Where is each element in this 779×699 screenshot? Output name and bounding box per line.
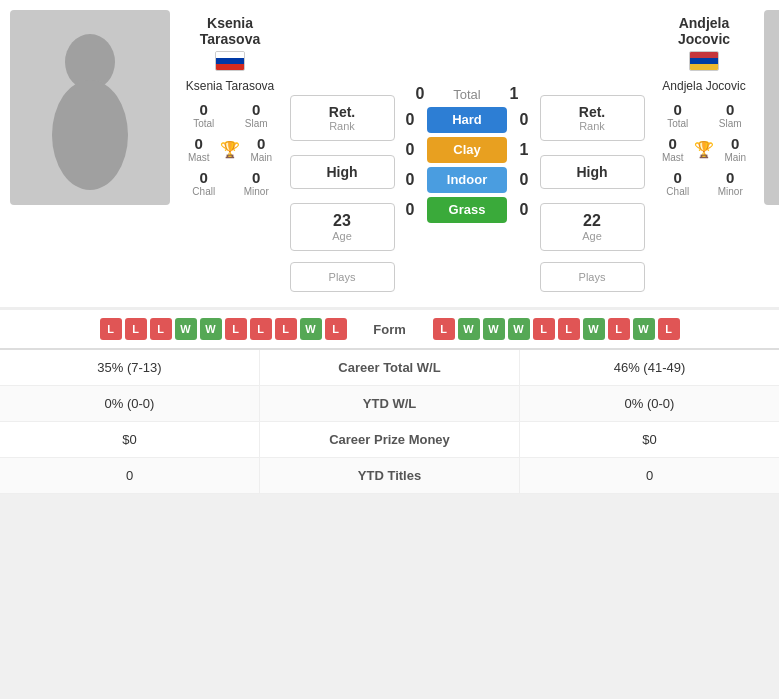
left-trophy-icon: 🏆 <box>220 141 240 158</box>
players-section: Ksenia Tarasova Ksenia Tarasova 0 Total <box>0 0 779 307</box>
left-form-badge-l: L <box>125 318 147 340</box>
left-form-badge-l: L <box>275 318 297 340</box>
stats-center-0: Career Total W/L <box>259 350 520 385</box>
left-stats-box: Ret. Rank High 23 Age Plays <box>287 10 397 297</box>
left-player-name: Ksenia Tarasova <box>200 15 260 47</box>
right-slam-label: Slam <box>704 118 757 129</box>
right-form-badge-l: L <box>433 318 455 340</box>
stats-left-0: 35% (7-13) <box>0 350 259 385</box>
total-score-row: 0 Total 1 <box>399 85 535 103</box>
stats-right-0: 46% (41-49) <box>520 350 779 385</box>
left-form-badge-l: L <box>225 318 247 340</box>
left-rank-box: Ret. Rank <box>290 95 395 141</box>
main-container: Ksenia Tarasova Ksenia Tarasova 0 Total <box>0 0 779 494</box>
right-form-badge-w: W <box>483 318 505 340</box>
stats-left-3: 0 <box>0 458 259 493</box>
form-label: Form <box>355 322 425 337</box>
left-mast-value: 0 <box>178 135 221 152</box>
total-label: Total <box>437 87 497 102</box>
stats-right-3: 0 <box>520 458 779 493</box>
right-indoor-score: 0 <box>513 171 535 189</box>
right-slam-value: 0 <box>704 101 757 118</box>
left-mast-label: Mast <box>178 152 221 163</box>
stats-center-1: YTD W/L <box>259 386 520 421</box>
left-form-badge-l: L <box>325 318 347 340</box>
grass-score-row: 0 Grass 0 <box>399 197 535 223</box>
right-player-photo <box>764 10 779 297</box>
right-total-score: 1 <box>503 85 525 103</box>
stats-table: 35% (7-13)Career Total W/L46% (41-49)0% … <box>0 348 779 494</box>
left-player-silhouette <box>30 30 150 205</box>
right-player-info: Andjela Jocovic Andjela Jocovic 0 Total <box>649 10 759 297</box>
left-grass-score: 0 <box>399 201 421 219</box>
right-mast-value: 0 <box>652 135 695 152</box>
stats-right-2: $0 <box>520 422 779 457</box>
right-form-badge-l: L <box>558 318 580 340</box>
left-minor-value: 0 <box>230 169 283 186</box>
right-form-badge-l: L <box>533 318 555 340</box>
right-mast-label: Mast <box>652 152 695 163</box>
left-high-box: High <box>290 155 395 189</box>
right-high-box: High <box>540 155 645 189</box>
left-total-label: Total <box>178 118 231 129</box>
clay-surface-btn[interactable]: Clay <box>427 137 507 163</box>
right-grass-score: 0 <box>513 201 535 219</box>
right-main-value: 0 <box>714 135 757 152</box>
right-form-badge-w: W <box>633 318 655 340</box>
left-form-badge-w: W <box>200 318 222 340</box>
left-form-badge-w: W <box>300 318 322 340</box>
right-player-name-under: Andjela Jocovic <box>662 79 745 93</box>
left-hard-score: 0 <box>399 111 421 129</box>
left-form-badge-l: L <box>250 318 272 340</box>
left-player-name-under: Ksenia Tarasova <box>186 79 275 93</box>
right-form-badges: LWWWLLWLWL <box>433 318 768 340</box>
hard-surface-btn[interactable]: Hard <box>427 107 507 133</box>
left-form-badge-l: L <box>100 318 122 340</box>
clay-score-row: 0 Clay 1 <box>399 137 535 163</box>
right-rank-box: Ret. Rank <box>540 95 645 141</box>
left-indoor-score: 0 <box>399 171 421 189</box>
right-hard-score: 0 <box>513 111 535 129</box>
stats-center-3: YTD Titles <box>259 458 520 493</box>
left-slam-label: Slam <box>230 118 283 129</box>
left-form-badge-w: W <box>175 318 197 340</box>
right-chall-value: 0 <box>652 169 705 186</box>
left-minor-label: Minor <box>230 186 283 197</box>
right-total-label: Total <box>652 118 705 129</box>
left-form-badge-l: L <box>150 318 172 340</box>
left-chall-label: Chall <box>178 186 231 197</box>
stats-row-3: 0YTD Titles0 <box>0 458 779 494</box>
right-form-badge-l: L <box>658 318 680 340</box>
right-plays-box: Plays <box>540 262 645 292</box>
stats-row-0: 35% (7-13)Career Total W/L46% (41-49) <box>0 350 779 386</box>
right-main-label: Main <box>714 152 757 163</box>
left-player-photo <box>10 10 170 297</box>
right-total-value: 0 <box>652 101 705 118</box>
indoor-surface-btn[interactable]: Indoor <box>427 167 507 193</box>
right-player-name: Andjela Jocovic <box>678 15 730 47</box>
form-section: LLLWWLLLWL Form LWWWLLWLWL <box>0 307 779 348</box>
scores-section: 0 Total 1 0 Hard 0 0 Clay 1 0 Indoor 0 <box>399 10 535 297</box>
right-minor-value: 0 <box>704 169 757 186</box>
left-total-score: 0 <box>409 85 431 103</box>
left-chall-value: 0 <box>178 169 231 186</box>
indoor-score-row: 0 Indoor 0 <box>399 167 535 193</box>
right-form-badge-w: W <box>458 318 480 340</box>
right-stats-box: Ret. Rank High 22 Age Plays <box>537 10 647 297</box>
right-clay-score: 1 <box>513 141 535 159</box>
stats-left-2: $0 <box>0 422 259 457</box>
left-plays-box: Plays <box>290 262 395 292</box>
left-main-label: Main <box>240 152 283 163</box>
left-form-badges: LLLWWLLLWL <box>12 318 347 340</box>
stats-left-1: 0% (0-0) <box>0 386 259 421</box>
stats-center-2: Career Prize Money <box>259 422 520 457</box>
right-age-box: 22 Age <box>540 203 645 251</box>
left-clay-score: 0 <box>399 141 421 159</box>
svg-point-1 <box>52 80 128 190</box>
hard-score-row: 0 Hard 0 <box>399 107 535 133</box>
grass-surface-btn[interactable]: Grass <box>427 197 507 223</box>
left-slam-value: 0 <box>230 101 283 118</box>
right-form-badge-w: W <box>508 318 530 340</box>
stats-row-2: $0Career Prize Money$0 <box>0 422 779 458</box>
right-chall-label: Chall <box>652 186 705 197</box>
